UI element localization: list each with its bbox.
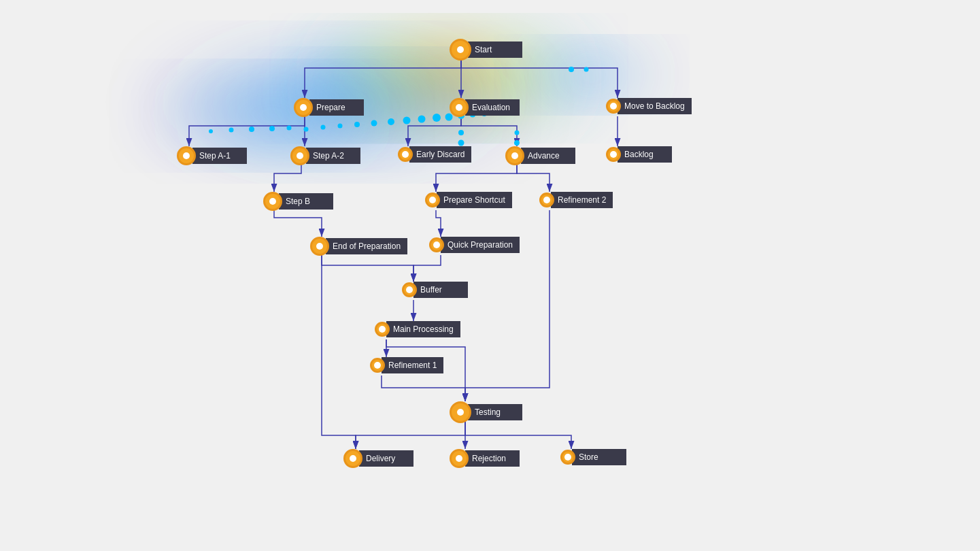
node-label-start: Start	[468, 41, 522, 58]
svg-point-24	[515, 131, 520, 135]
node-backlog[interactable]: Backlog	[606, 146, 672, 163]
node-label-end-prep: End of Preparation	[326, 238, 407, 254]
node-circle-early-discard	[398, 147, 413, 162]
node-circle-advance	[505, 146, 524, 165]
node-label-advance: Advance	[521, 148, 575, 164]
svg-point-29	[269, 126, 275, 131]
node-circle-end-prep	[310, 237, 329, 256]
node-label-step-a1: Step A-1	[192, 148, 247, 164]
svg-point-10	[371, 120, 377, 127]
svg-point-7	[321, 125, 326, 130]
node-circle-step-a2	[290, 146, 309, 165]
node-move-backlog[interactable]: Move to Backlog	[606, 98, 692, 114]
node-label-evaluation: Evaluation	[465, 99, 520, 116]
svg-point-2	[272, 54, 517, 136]
node-circle-move-backlog	[606, 99, 621, 114]
node-circle-step-b	[263, 192, 282, 211]
svg-point-22	[458, 140, 464, 146]
node-early-discard[interactable]: Early Discard	[398, 146, 471, 163]
node-end-prep[interactable]: End of Preparation	[310, 237, 407, 256]
node-circle-prepare	[294, 98, 313, 117]
node-prepare[interactable]: Prepare	[294, 98, 364, 117]
node-circle-store	[560, 450, 575, 465]
node-label-delivery: Delivery	[359, 450, 413, 467]
node-label-quick-prep: Quick Preparation	[441, 237, 520, 253]
node-label-refinement2: Refinement 2	[551, 192, 613, 208]
node-label-step-b: Step B	[279, 193, 333, 210]
node-label-step-a2: Step A-2	[306, 148, 360, 164]
node-rejection[interactable]: Rejection	[450, 449, 520, 468]
node-circle-buffer	[402, 282, 417, 297]
svg-point-28	[249, 127, 254, 132]
svg-point-27	[229, 128, 234, 133]
node-evaluation[interactable]: Evaluation	[450, 98, 520, 117]
node-label-store: Store	[572, 449, 626, 465]
node-start[interactable]: Start	[450, 39, 522, 61]
node-label-main-proc: Main Processing	[386, 321, 460, 337]
node-label-prepare: Prepare	[309, 99, 364, 116]
node-label-refinement1: Refinement 1	[382, 357, 443, 373]
svg-point-14	[433, 114, 441, 122]
svg-point-12	[403, 117, 411, 124]
svg-point-6	[304, 127, 309, 132]
svg-point-31	[569, 67, 574, 72]
node-step-b[interactable]: Step B	[263, 192, 333, 211]
node-circle-main-proc	[375, 322, 390, 337]
node-label-prepare-shortcut: Prepare Shortcut	[437, 192, 512, 208]
svg-point-8	[338, 124, 343, 129]
svg-point-9	[354, 122, 360, 127]
node-circle-refinement1	[370, 358, 385, 373]
svg-point-13	[418, 116, 426, 123]
dot-trail	[209, 67, 589, 156]
svg-point-30	[287, 126, 292, 131]
node-circle-backlog	[606, 147, 621, 162]
node-buffer[interactable]: Buffer	[402, 282, 468, 298]
node-label-early-discard: Early Discard	[409, 146, 471, 163]
node-delivery[interactable]: Delivery	[343, 449, 413, 468]
node-circle-quick-prep	[429, 237, 444, 252]
svg-point-26	[209, 129, 213, 133]
node-circle-step-a1	[177, 146, 196, 165]
node-circle-refinement2	[539, 193, 554, 207]
node-label-move-backlog: Move to Backlog	[618, 98, 692, 114]
node-circle-prepare-shortcut	[425, 193, 440, 207]
svg-point-21	[458, 130, 464, 135]
node-label-backlog: Backlog	[618, 146, 672, 163]
svg-point-32	[584, 67, 589, 72]
node-advance[interactable]: Advance	[505, 146, 575, 165]
node-label-testing: Testing	[468, 404, 522, 420]
svg-point-11	[388, 118, 394, 125]
node-label-rejection: Rejection	[465, 450, 520, 467]
node-refinement1[interactable]: Refinement 1	[370, 357, 443, 373]
node-circle-start	[450, 39, 471, 61]
svg-point-25	[514, 140, 520, 146]
node-testing[interactable]: Testing	[450, 401, 522, 423]
node-step-a1[interactable]: Step A-1	[177, 146, 247, 165]
node-store[interactable]: Store	[560, 449, 626, 465]
node-prepare-shortcut[interactable]: Prepare Shortcut	[425, 192, 512, 208]
node-circle-rejection	[450, 449, 469, 468]
node-label-buffer: Buffer	[413, 282, 468, 298]
node-quick-prep[interactable]: Quick Preparation	[429, 237, 520, 253]
node-step-a2[interactable]: Step A-2	[290, 146, 360, 165]
node-main-proc[interactable]: Main Processing	[375, 321, 460, 337]
node-circle-delivery	[343, 449, 362, 468]
node-refinement2[interactable]: Refinement 2	[539, 192, 613, 208]
node-circle-evaluation	[450, 98, 469, 117]
node-circle-testing	[450, 401, 471, 423]
